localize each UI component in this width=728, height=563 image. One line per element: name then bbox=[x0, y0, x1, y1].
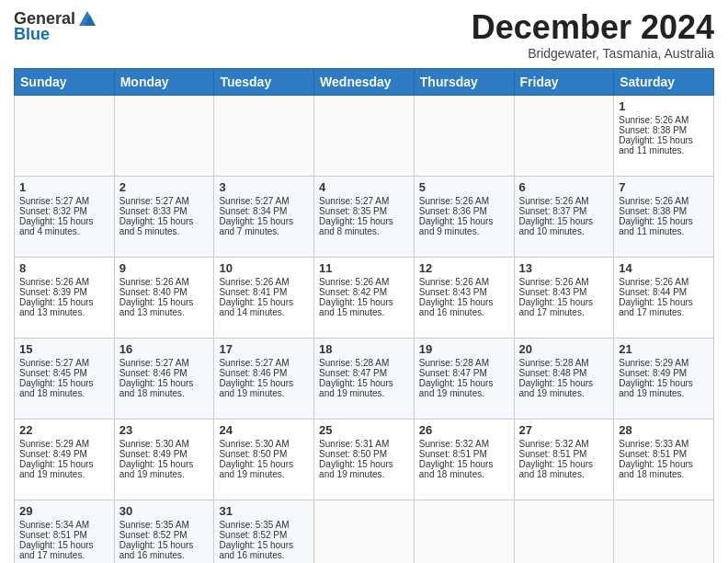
sunrise-text: Sunrise: 5:30 AM bbox=[119, 439, 189, 449]
daylight-text: Daylight: 15 hours and 8 minutes. bbox=[319, 216, 393, 236]
sunrise-text: Sunrise: 5:27 AM bbox=[119, 358, 189, 368]
calendar-cell bbox=[314, 500, 415, 563]
calendar-cell: 9 Sunrise: 5:26 AM Sunset: 8:40 PM Dayli… bbox=[114, 257, 214, 338]
title-block: December 2024 Bridgewater, Tasmania, Aus… bbox=[472, 9, 714, 61]
month-title: December 2024 bbox=[472, 9, 714, 46]
day-number: 10 bbox=[219, 261, 309, 275]
sunrise-text: Sunrise: 5:29 AM bbox=[619, 358, 688, 368]
day-number: 22 bbox=[19, 423, 109, 437]
daylight-text: Daylight: 15 hours and 18 minutes. bbox=[419, 459, 494, 479]
day-number: 25 bbox=[319, 423, 409, 437]
daylight-text: Daylight: 15 hours and 18 minutes. bbox=[19, 378, 94, 398]
day-number: 1 bbox=[619, 99, 709, 113]
calendar-cell: 27 Sunrise: 5:32 AM Sunset: 8:51 PM Dayl… bbox=[514, 419, 614, 500]
sunset-text: Sunset: 8:51 PM bbox=[519, 449, 587, 459]
day-number: 21 bbox=[619, 342, 709, 356]
calendar-cell: 24 Sunrise: 5:30 AM Sunset: 8:50 PM Dayl… bbox=[214, 419, 314, 500]
day-number: 20 bbox=[519, 342, 609, 356]
calendar-cell: 31 Sunrise: 5:35 AM Sunset: 8:52 PM Dayl… bbox=[214, 500, 314, 563]
sunrise-text: Sunrise: 5:27 AM bbox=[219, 358, 289, 368]
sunset-text: Sunset: 8:32 PM bbox=[19, 206, 87, 216]
calendar-cell bbox=[15, 95, 115, 176]
calendar-cell: 4 Sunrise: 5:27 AM Sunset: 8:35 PM Dayli… bbox=[314, 176, 415, 257]
daylight-text: Daylight: 15 hours and 17 minutes. bbox=[19, 540, 94, 560]
day-number: 27 bbox=[519, 423, 609, 437]
sunrise-text: Sunrise: 5:26 AM bbox=[619, 115, 688, 125]
daylight-text: Daylight: 15 hours and 19 minutes. bbox=[319, 378, 393, 398]
logo: General Blue bbox=[14, 9, 97, 44]
day-header-saturday: Saturday bbox=[614, 68, 714, 95]
sunset-text: Sunset: 8:38 PM bbox=[619, 206, 687, 216]
sunrise-text: Sunrise: 5:26 AM bbox=[519, 196, 589, 206]
sunrise-text: Sunrise: 5:27 AM bbox=[219, 196, 289, 206]
day-number: 15 bbox=[19, 342, 109, 356]
daylight-text: Daylight: 15 hours and 19 minutes. bbox=[219, 459, 293, 479]
sunset-text: Sunset: 8:40 PM bbox=[119, 287, 188, 297]
day-number: 24 bbox=[219, 423, 309, 437]
sunset-text: Sunset: 8:37 PM bbox=[519, 206, 587, 216]
day-number: 9 bbox=[119, 261, 210, 275]
daylight-text: Daylight: 15 hours and 11 minutes. bbox=[619, 135, 693, 155]
day-number: 29 bbox=[19, 504, 109, 518]
calendar-cell: 25 Sunrise: 5:31 AM Sunset: 8:50 PM Dayl… bbox=[314, 419, 415, 500]
sunset-text: Sunset: 8:46 PM bbox=[219, 368, 287, 378]
day-number: 19 bbox=[419, 342, 509, 356]
sunset-text: Sunset: 8:42 PM bbox=[319, 287, 387, 297]
daylight-text: Daylight: 15 hours and 18 minutes. bbox=[619, 459, 693, 479]
day-number: 16 bbox=[119, 342, 210, 356]
calendar-cell: 18 Sunrise: 5:28 AM Sunset: 8:47 PM Dayl… bbox=[314, 338, 415, 419]
daylight-text: Daylight: 15 hours and 5 minutes. bbox=[119, 216, 194, 236]
calendar-week-row: 22 Sunrise: 5:29 AM Sunset: 8:49 PM Dayl… bbox=[15, 419, 714, 500]
sunset-text: Sunset: 8:50 PM bbox=[219, 449, 287, 459]
day-number: 23 bbox=[119, 423, 210, 437]
calendar-header-row: SundayMondayTuesdayWednesdayThursdayFrid… bbox=[15, 68, 714, 95]
logo-icon bbox=[77, 9, 97, 29]
sunset-text: Sunset: 8:41 PM bbox=[219, 287, 287, 297]
sunset-text: Sunset: 8:46 PM bbox=[119, 368, 188, 378]
day-number: 3 bbox=[219, 180, 309, 194]
daylight-text: Daylight: 15 hours and 19 minutes. bbox=[19, 459, 94, 479]
sunrise-text: Sunrise: 5:27 AM bbox=[19, 196, 89, 206]
sunset-text: Sunset: 8:47 PM bbox=[319, 368, 387, 378]
daylight-text: Daylight: 15 hours and 14 minutes. bbox=[219, 297, 293, 317]
calendar-cell bbox=[514, 95, 614, 176]
sunset-text: Sunset: 8:49 PM bbox=[619, 368, 687, 378]
sunrise-text: Sunrise: 5:26 AM bbox=[419, 277, 489, 287]
daylight-text: Daylight: 15 hours and 13 minutes. bbox=[119, 297, 194, 317]
daylight-text: Daylight: 15 hours and 16 minutes. bbox=[119, 540, 194, 560]
calendar-cell: 8 Sunrise: 5:26 AM Sunset: 8:39 PM Dayli… bbox=[15, 257, 115, 338]
sunrise-text: Sunrise: 5:32 AM bbox=[519, 439, 589, 449]
day-number: 13 bbox=[519, 261, 609, 275]
sunset-text: Sunset: 8:35 PM bbox=[319, 206, 387, 216]
day-header-tuesday: Tuesday bbox=[214, 68, 314, 95]
calendar-cell: 30 Sunrise: 5:35 AM Sunset: 8:52 PM Dayl… bbox=[114, 500, 214, 563]
daylight-text: Daylight: 15 hours and 10 minutes. bbox=[519, 216, 594, 236]
day-number: 5 bbox=[419, 180, 509, 194]
sunrise-text: Sunrise: 5:26 AM bbox=[619, 277, 688, 287]
sunset-text: Sunset: 8:36 PM bbox=[419, 206, 487, 216]
day-number: 30 bbox=[119, 504, 210, 518]
day-number: 6 bbox=[519, 180, 609, 194]
sunrise-text: Sunrise: 5:26 AM bbox=[19, 277, 89, 287]
sunset-text: Sunset: 8:33 PM bbox=[119, 206, 188, 216]
sunrise-text: Sunrise: 5:27 AM bbox=[19, 358, 89, 368]
daylight-text: Daylight: 15 hours and 16 minutes. bbox=[419, 297, 494, 317]
day-number: 7 bbox=[619, 180, 709, 194]
day-number: 4 bbox=[319, 180, 409, 194]
sunset-text: Sunset: 8:52 PM bbox=[219, 530, 287, 540]
page-header: General Blue December 2024 Bridgewater, … bbox=[14, 9, 714, 61]
sunset-text: Sunset: 8:47 PM bbox=[419, 368, 487, 378]
daylight-text: Daylight: 15 hours and 11 minutes. bbox=[619, 216, 693, 236]
sunset-text: Sunset: 8:50 PM bbox=[319, 449, 387, 459]
calendar-cell: 1 Sunrise: 5:26 AM Sunset: 8:38 PM Dayli… bbox=[614, 95, 714, 176]
calendar-cell: 14 Sunrise: 5:26 AM Sunset: 8:44 PM Dayl… bbox=[614, 257, 714, 338]
calendar-cell: 23 Sunrise: 5:30 AM Sunset: 8:49 PM Dayl… bbox=[114, 419, 214, 500]
daylight-text: Daylight: 15 hours and 19 minutes. bbox=[519, 378, 594, 398]
calendar-week-row: 1 Sunrise: 5:26 AM Sunset: 8:38 PM Dayli… bbox=[15, 95, 714, 176]
day-number: 14 bbox=[619, 261, 709, 275]
calendar-cell: 28 Sunrise: 5:33 AM Sunset: 8:51 PM Dayl… bbox=[614, 419, 714, 500]
sunset-text: Sunset: 8:45 PM bbox=[19, 368, 87, 378]
daylight-text: Daylight: 15 hours and 18 minutes. bbox=[119, 378, 194, 398]
calendar-cell: 11 Sunrise: 5:26 AM Sunset: 8:42 PM Dayl… bbox=[314, 257, 415, 338]
daylight-text: Daylight: 15 hours and 16 minutes. bbox=[219, 540, 293, 560]
